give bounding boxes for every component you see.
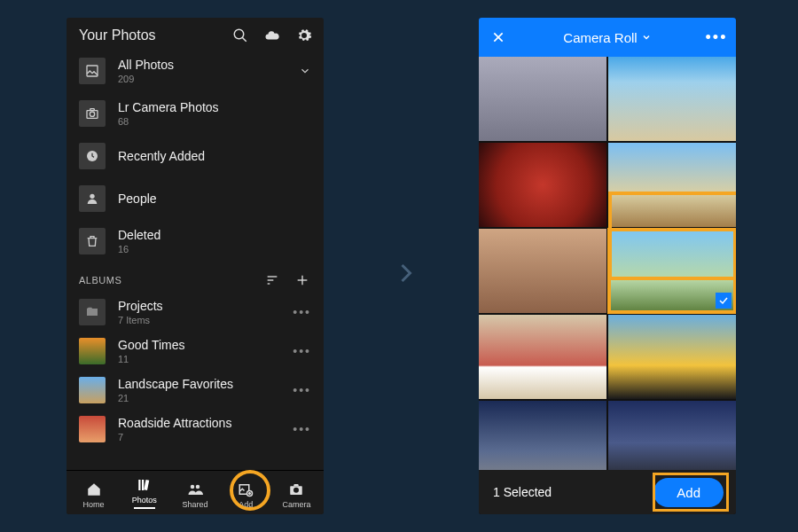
chevron-down-icon bbox=[641, 32, 652, 43]
photo-cell[interactable] bbox=[608, 315, 736, 399]
albums-header: ALBUMS bbox=[66, 262, 324, 293]
tab-add[interactable]: Add bbox=[221, 481, 271, 509]
add-album-icon[interactable] bbox=[293, 271, 311, 289]
header-actions bbox=[231, 27, 313, 44]
sidebar-item-label: Recently Added bbox=[118, 149, 311, 163]
photo-cell[interactable] bbox=[479, 143, 606, 227]
more-icon[interactable]: ••• bbox=[293, 422, 311, 436]
album-thumb bbox=[79, 377, 106, 403]
tab-label: Camera bbox=[282, 500, 310, 509]
tab-camera[interactable]: Camera bbox=[271, 481, 322, 509]
album-thumb bbox=[79, 338, 106, 364]
more-icon[interactable]: ••• bbox=[293, 383, 311, 397]
more-icon[interactable]: ••• bbox=[293, 305, 311, 319]
tab-label: Photos bbox=[132, 496, 157, 505]
album-landscape-favorites[interactable]: Landscape Favorites 21 ••• bbox=[66, 371, 324, 410]
sidebar-item-all-photos[interactable]: All Photos 209 bbox=[66, 50, 324, 92]
sidebar-item-count: 68 bbox=[118, 116, 311, 127]
svg-point-21 bbox=[293, 488, 299, 493]
photo-cell[interactable] bbox=[479, 57, 606, 141]
tab-shared[interactable]: Shared bbox=[169, 481, 220, 509]
svg-rect-12 bbox=[138, 480, 140, 490]
page-title: Your Photos bbox=[79, 27, 156, 43]
svg-rect-2 bbox=[87, 66, 98, 76]
sidebar-item-label: People bbox=[118, 192, 311, 206]
sidebar-item-people[interactable]: People bbox=[66, 177, 324, 220]
sidebar-item-lr-camera[interactable]: Lr Camera Photos 68 bbox=[66, 92, 324, 135]
photo-grid bbox=[479, 57, 736, 470]
album-count: 7 Items bbox=[118, 315, 280, 325]
photo-cell[interactable] bbox=[608, 401, 736, 470]
tab-bar: Home Photos Shared Add Camera bbox=[66, 470, 324, 514]
photo-cell[interactable] bbox=[608, 143, 736, 227]
chevron-down-icon bbox=[299, 65, 311, 77]
svg-point-15 bbox=[196, 485, 200, 489]
svg-point-6 bbox=[90, 194, 94, 199]
image-icon bbox=[79, 58, 106, 84]
tab-label: Home bbox=[83, 500, 105, 509]
library-icon bbox=[135, 476, 154, 494]
people-icon bbox=[185, 481, 205, 498]
photos-panel: Your Photos All Photos 209 bbox=[66, 18, 324, 514]
picker-title-label: Camera Roll bbox=[563, 30, 637, 45]
picker-title[interactable]: Camera Roll bbox=[563, 30, 651, 45]
sidebar-item-count: 16 bbox=[118, 244, 311, 254]
album-label: Projects bbox=[118, 299, 280, 313]
sidebar-item-label: Lr Camera Photos bbox=[118, 100, 311, 114]
photo-cell[interactable] bbox=[608, 57, 736, 141]
folder-icon bbox=[79, 299, 106, 325]
selection-count: 1 Selected bbox=[493, 485, 552, 499]
header: Your Photos bbox=[66, 18, 324, 50]
photo-cell-selected[interactable] bbox=[608, 229, 736, 313]
tab-label: Add bbox=[239, 500, 253, 509]
sidebar-item-recently-added[interactable]: Recently Added bbox=[66, 135, 324, 177]
sidebar-item-count: 209 bbox=[118, 74, 286, 84]
close-icon[interactable] bbox=[489, 28, 507, 46]
svg-line-1 bbox=[242, 37, 246, 42]
trash-icon bbox=[79, 228, 106, 254]
photo-cell[interactable] bbox=[479, 401, 606, 470]
camera-icon bbox=[79, 100, 106, 127]
more-icon[interactable]: ••• bbox=[293, 344, 311, 358]
svg-point-14 bbox=[191, 485, 195, 489]
cloud-icon[interactable] bbox=[263, 27, 281, 44]
arrow-right-icon bbox=[390, 257, 422, 289]
album-label: Roadside Attractions bbox=[118, 416, 280, 430]
album-thumb bbox=[79, 416, 106, 442]
add-button[interactable]: Add bbox=[653, 478, 724, 507]
nav-list: All Photos 209 Lr Camera Photos 68 Recen… bbox=[66, 50, 324, 470]
album-count: 7 bbox=[118, 432, 280, 442]
camera-icon bbox=[286, 481, 306, 498]
clock-icon bbox=[79, 143, 106, 169]
home-icon bbox=[84, 481, 104, 498]
album-label: Landscape Favorites bbox=[118, 377, 280, 391]
tab-photos[interactable]: Photos bbox=[119, 476, 169, 509]
svg-point-0 bbox=[234, 29, 244, 39]
sidebar-item-label: All Photos bbox=[118, 58, 286, 72]
svg-point-4 bbox=[90, 112, 94, 116]
search-icon[interactable] bbox=[231, 27, 249, 44]
person-icon bbox=[79, 185, 106, 212]
camera-roll-panel: Camera Roll ••• 1 Selected Add bbox=[479, 18, 736, 514]
tab-label: Shared bbox=[182, 500, 207, 509]
album-label: Good Times bbox=[118, 338, 280, 352]
sidebar-item-label: Deleted bbox=[118, 228, 311, 242]
album-projects[interactable]: Projects 7 Items ••• bbox=[66, 293, 324, 332]
svg-rect-13 bbox=[142, 480, 144, 490]
more-icon[interactable]: ••• bbox=[708, 28, 725, 46]
gear-icon[interactable] bbox=[295, 27, 313, 44]
album-count: 21 bbox=[118, 393, 280, 403]
tab-home[interactable]: Home bbox=[68, 481, 119, 509]
photo-cell[interactable] bbox=[479, 229, 606, 313]
photo-cell[interactable] bbox=[479, 315, 606, 399]
checkmark-icon bbox=[716, 293, 732, 309]
sidebar-item-deleted[interactable]: Deleted 16 bbox=[66, 220, 324, 262]
add-photo-icon bbox=[236, 481, 255, 498]
album-roadside-attractions[interactable]: Roadside Attractions 7 ••• bbox=[66, 410, 324, 449]
modal-header: Camera Roll ••• bbox=[479, 18, 736, 57]
album-count: 11 bbox=[118, 354, 280, 364]
albums-label: ALBUMS bbox=[79, 275, 121, 286]
sort-icon[interactable] bbox=[263, 271, 281, 289]
album-good-times[interactable]: Good Times 11 ••• bbox=[66, 332, 324, 371]
selection-bar: 1 Selected Add bbox=[479, 470, 736, 514]
